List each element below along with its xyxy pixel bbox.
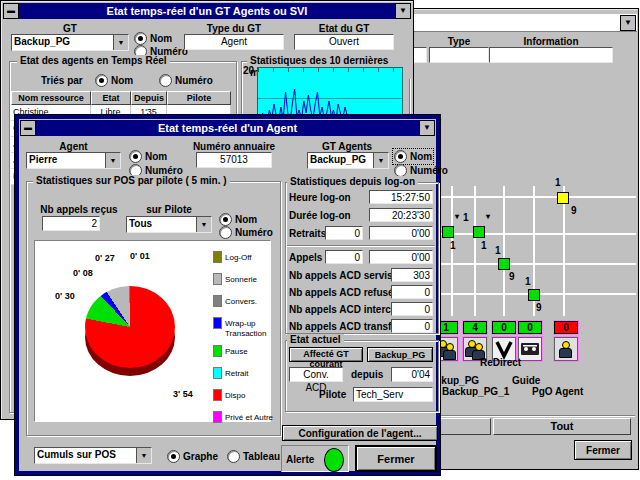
queue-label: PgO Agent (532, 386, 583, 397)
stat-value: 0 (391, 319, 433, 333)
legend-swatch (213, 367, 222, 379)
queue-count-guide[interactable]: 0 (518, 321, 542, 334)
minimize-button[interactable]: ▼ (395, 3, 411, 19)
legend-label: Transaction (225, 329, 267, 338)
title-bar[interactable]: ▬ Etat temps-réel d'un GT Agents ou SVI … (3, 3, 411, 19)
sort-radio-nom[interactable]: Nom (95, 74, 133, 87)
nb-appels-recus-label: Nb appels reçus (39, 204, 119, 215)
alerte-label: Alerte (286, 454, 314, 465)
etat-gt-value: Ouvert (294, 34, 394, 50)
stat-label: Durée log-on (289, 210, 351, 221)
col-etat[interactable]: Etat (91, 91, 131, 105)
queue-label: ReDirect (480, 357, 521, 368)
gt-combobox[interactable]: Backup_PG ▼ (11, 34, 129, 51)
pie-label-pause: 0' 30 (55, 291, 75, 301)
script-node[interactable] (557, 192, 569, 204)
gt-agents-label: GT Agents (307, 141, 387, 152)
pie-chart (85, 286, 175, 368)
fermer-button[interactable]: Fermer (574, 440, 632, 460)
node-count: 1 (463, 212, 469, 223)
numero-annuaire-value: 57013 (196, 152, 272, 168)
agent-icon[interactable] (554, 337, 578, 361)
configuration-button[interactable]: Configuration de l'agent... (282, 425, 438, 441)
combo-arrow-icon[interactable]: ▼ (105, 153, 120, 168)
queue-count-redirect[interactable]: 0 (492, 321, 516, 334)
person-icon (559, 341, 572, 358)
stat-count: 0 (325, 250, 363, 264)
y-axis-tick: 20 (243, 65, 256, 76)
system-menu-button[interactable]: ▬ (20, 120, 36, 136)
combo-arrow-icon[interactable]: ▼ (136, 448, 151, 463)
queue-label: Backup_PG_1 (442, 386, 509, 397)
node-count: 1 (555, 177, 561, 188)
sur-pilote-label: sur Pilote (126, 204, 212, 215)
grid-hline (441, 263, 636, 265)
cumuls-combobox[interactable]: Cumuls sur POS ▼ (34, 447, 152, 464)
column-header-information: Information (489, 36, 613, 47)
minimize-button[interactable]: ▼ (419, 120, 435, 136)
gt-agents-radio-nom[interactable]: Nom (394, 150, 432, 163)
queue-label: Guide (512, 375, 540, 386)
queue-count-backup-pg-1[interactable]: 4 (463, 321, 487, 334)
agent-radio-nom[interactable]: Nom (129, 150, 167, 163)
node-arrow-icon: ▾ (455, 212, 459, 221)
agent-combobox[interactable]: Pierre ▼ (26, 152, 121, 169)
gt-radio-nom[interactable]: Nom (134, 32, 172, 45)
script-node[interactable] (473, 226, 485, 238)
pos-radio-numero[interactable]: Numéro (219, 226, 273, 239)
combo-arrow-icon[interactable]: ▼ (373, 153, 388, 168)
legend-label: Retrait (225, 369, 249, 378)
script-node[interactable] (528, 289, 540, 301)
tab-tout[interactable]: Tout (493, 418, 631, 435)
gt-agents-combobox-value: Backup_PG (310, 154, 366, 165)
queue-count-pgo-agent[interactable]: 0 (554, 321, 578, 334)
pilote-value: Tech_Serv (353, 387, 433, 402)
legend-swatch (213, 317, 222, 329)
field-type (429, 47, 489, 63)
col-pilote[interactable]: Pilote (167, 91, 231, 105)
stat-label: Retraits (289, 228, 326, 239)
gt-agents-combobox[interactable]: Backup_PG ▼ (307, 152, 389, 169)
window-menu-button[interactable]: ▼ (620, 15, 636, 31)
combo-arrow-icon[interactable]: ▼ (113, 35, 128, 50)
group-title: Etat des agents en Temps Réel (17, 55, 170, 67)
title-bar-inactive[interactable] (406, 14, 637, 32)
stat-value: 15:27:50 (369, 190, 433, 204)
pie-label-sonnerie: 0' 27 (95, 253, 115, 263)
tries-par-label: Triés par (41, 75, 83, 86)
system-menu-icon: ▬ (24, 123, 32, 132)
title-bar[interactable]: ▬ Etat temps-réel d'un Agent ▼ (20, 120, 435, 136)
script-node[interactable] (498, 258, 510, 270)
script-node[interactable] (442, 226, 454, 238)
radio-graphe[interactable]: Graphe (167, 450, 218, 463)
divider (407, 415, 635, 416)
window-title: Etat temps-réel d'un GT Agents ou SVI (107, 5, 308, 17)
stat-value: 0'00 (369, 226, 433, 240)
col-depuis[interactable]: Depuis (131, 91, 167, 105)
pos-radio-nom[interactable]: Nom (219, 213, 257, 226)
pie-label-convers: 0' 01 (130, 251, 150, 261)
pilote-combobox[interactable]: Tous ▼ (126, 216, 212, 233)
fermer-button[interactable]: Fermer (355, 445, 437, 472)
stat-count: 0 (325, 226, 363, 240)
gt-combobox-value: Backup_PG (14, 36, 70, 47)
legend-swatch (213, 345, 222, 357)
radio-tableau[interactable]: Tableau (227, 450, 280, 463)
dropdown-icon: ▼ (423, 123, 431, 132)
legend-label: Dispo (225, 391, 245, 400)
legend-label: Sonnerie (225, 275, 257, 284)
affecte-gt-button[interactable]: Affecté GT courant (289, 347, 363, 362)
column-header-type: Type (429, 36, 489, 47)
col-nom-ressource[interactable]: Nom ressource (11, 91, 91, 105)
legend-swatch (213, 389, 222, 401)
guide-cassette-icon[interactable] (518, 337, 542, 361)
system-menu-button[interactable]: ▬ (3, 3, 19, 19)
sort-radio-numero[interactable]: Numéro (159, 74, 213, 87)
grid-hline (441, 233, 636, 235)
legend-label: Pause (225, 347, 248, 356)
combo-arrow-icon[interactable]: ▼ (196, 217, 211, 232)
node-count: 1 (481, 240, 487, 251)
gt-courant-button[interactable]: Backup_PG (367, 347, 433, 362)
pilote-label: Pilote (319, 389, 346, 400)
stat-label: Nb appels ACD servis (289, 270, 393, 281)
